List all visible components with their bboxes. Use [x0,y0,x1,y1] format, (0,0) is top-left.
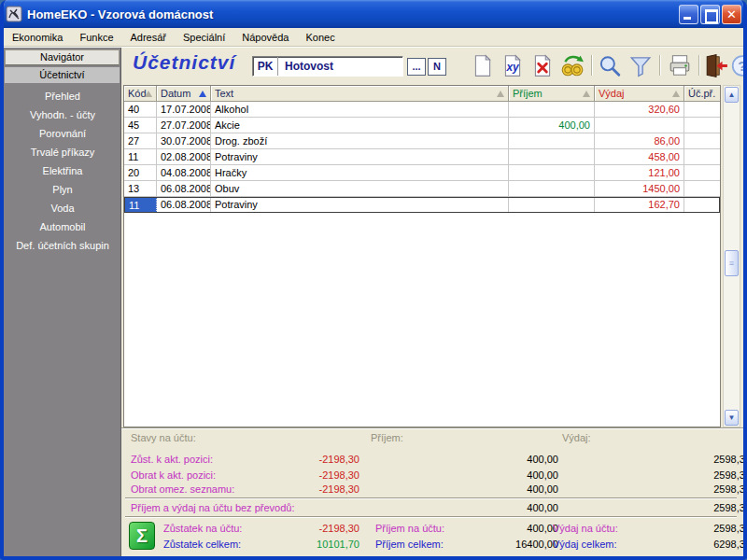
menu-funkce[interactable]: Funkce [71,30,121,45]
cell-datum[interactable]: 30.07.2008 [157,133,211,149]
sidebar-item-ucetnictvi[interactable]: Účetnictví [5,67,120,83]
sort-icon [583,91,590,97]
close-button[interactable] [722,5,741,24]
table-row[interactable]: 1102.08.2008Potraviny458,00 [124,149,720,165]
cell-prijem[interactable] [509,149,595,165]
cell-kod[interactable]: 45 [124,118,157,133]
cell-datum[interactable]: 04.08.2008 [157,165,211,181]
cell-kod[interactable]: 27 [124,133,157,149]
cell-ucpr[interactable] [684,118,720,133]
cell-kod[interactable]: 13 [124,181,157,197]
column-header-text[interactable]: Text [211,86,509,102]
cell-datum[interactable]: 06.08.2008 [157,181,211,197]
cell-kod[interactable]: 11 [124,149,157,165]
cell-vydaj[interactable]: 458,00 [595,149,684,165]
sidebar-item-voda[interactable]: Voda [4,202,121,217]
table-row[interactable]: 4017.07.2008Alkohol320,60 [124,102,720,118]
cell-prijem[interactable]: 400,00 [509,118,595,133]
cell-text[interactable]: Obuv [211,181,509,197]
cell-text[interactable]: Hračky [211,165,509,181]
cell-kod[interactable]: 40 [124,102,157,118]
print-icon[interactable] [668,53,692,78]
cell-datum[interactable]: 17.07.2008 [157,102,211,118]
cell-vydaj[interactable]: 162,70 [595,197,684,213]
cell-ucpr[interactable] [684,165,720,181]
table-row[interactable]: 1306.08.2008Obuv1450,00 [124,181,720,197]
sidebar-item-automobil[interactable]: Automobil [4,220,121,235]
cell-ucpr[interactable] [684,102,720,118]
cell-ucpr[interactable] [684,181,720,197]
cell-kod[interactable]: 20 [124,165,157,181]
summary-vydaj: 2598,30 [644,469,747,482]
menu-specialni[interactable]: Speciální [175,30,233,45]
help-icon[interactable]: ? [730,53,747,78]
sidebar-item-plyn[interactable]: Plyn [4,183,121,198]
cell-ucpr[interactable] [684,197,720,213]
menu-ekonomika[interactable]: Ekonomika [4,30,71,45]
sidebar-item-def-ucetnich-skupin[interactable]: Def. účetních skupin [4,239,121,254]
column-header-datum[interactable]: Datum [157,86,211,102]
scrollbar-thumb[interactable] [725,250,739,276]
cell-prijem[interactable] [509,133,595,149]
column-header-kod[interactable]: Kód [124,86,157,102]
scroll-down-icon[interactable] [725,410,739,426]
cell-datum[interactable]: 02.08.2008 [157,149,211,165]
lookup-ellipsis-button[interactable]: ... [407,58,426,76]
cell-text[interactable]: Drog. zboží [211,133,509,149]
exit-door-icon[interactable] [704,53,728,78]
cell-text[interactable]: Potraviny [211,197,509,213]
sidebar-item-trvale-prikazy[interactable]: Trvalé příkazy [4,146,121,161]
cell-ucpr[interactable] [684,133,720,149]
sidebar-item-porovnani[interactable]: Porovnání [4,127,121,142]
cell-prijem[interactable] [509,102,595,118]
sidebar-item-prehled[interactable]: Přehled [4,90,121,105]
sidebar-item-vyhodn-ucty[interactable]: Vyhodn. - účty [4,108,121,123]
cell-datum[interactable]: 27.07.2008 [157,118,211,133]
minimize-button[interactable] [679,5,698,24]
filter-funnel-icon[interactable] [628,53,653,78]
cell-ucpr[interactable] [684,149,720,165]
cell-vydaj[interactable]: 121,00 [595,165,684,181]
cell-vydaj[interactable] [595,118,684,133]
menu-napoveda[interactable]: Nápověda [233,30,297,45]
search-icon[interactable] [598,53,622,78]
sidebar-item-elektrina[interactable]: Elektřina [4,164,121,179]
cell-vydaj[interactable]: 86,00 [595,133,684,149]
delete-record-icon[interactable] [530,53,555,78]
column-header-prijem[interactable]: Příjem [509,86,595,102]
menu-adresar[interactable]: Adresář [122,30,176,45]
menu-konec[interactable]: Konec [297,30,343,45]
svg-text:xy: xy [506,61,521,74]
cell-prijem[interactable] [509,197,595,213]
n-button[interactable]: N [428,58,446,76]
cell-kod[interactable]: 11 [124,197,157,213]
vertical-scrollbar[interactable] [723,85,740,427]
cell-prijem[interactable] [509,165,595,181]
column-header-ucpr[interactable]: Úč.př. [684,86,720,102]
table-row[interactable]: 2004.08.2008Hračky121,00 [124,165,720,181]
cell-text[interactable]: Potraviny [211,149,509,165]
app-window: HomeEKO - Vzorová domácnost Ekonomika Fu… [0,0,747,560]
transfer-coins-icon[interactable] [560,53,585,78]
cell-vydaj[interactable]: 1450,00 [595,181,684,197]
cell-text[interactable]: Alkohol [211,102,509,118]
new-record-icon[interactable] [471,53,495,78]
cell-datum[interactable]: 06.08.2008 [157,197,211,213]
account-field[interactable]: PK Hotovost [252,56,403,77]
totals-balance: 10101,70 [261,539,359,551]
sidebar-header-navigator[interactable]: Navigátor [5,49,120,65]
toolbar-separator [698,55,699,76]
cell-vydaj[interactable]: 320,60 [595,102,684,118]
account-code-field[interactable]: PK [253,57,278,76]
table-row[interactable]: 4527.07.2008Akcie400,00 [124,118,720,133]
column-header-vydaj[interactable]: Výdaj [595,86,684,102]
account-name-field[interactable]: Hotovost [278,57,402,76]
scroll-up-icon[interactable] [725,87,739,103]
summary-balance: -2198,30 [261,454,359,466]
table-row-selected[interactable]: 1106.08.2008Potraviny162,70 [124,197,720,213]
table-row[interactable]: 2730.07.2008Drog. zboží86,00 [124,133,720,149]
edit-record-icon[interactable]: xy [500,53,525,78]
cell-prijem[interactable] [509,181,595,197]
maximize-button[interactable] [700,5,720,24]
cell-text[interactable]: Akcie [211,118,509,133]
